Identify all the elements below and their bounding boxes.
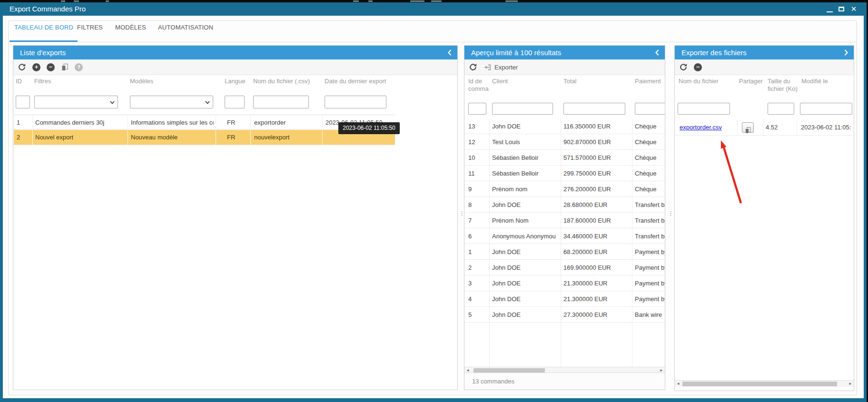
cell-paiement: Payment by [635,260,665,275]
col-total: Total [563,78,576,85]
cell-paiement: Bank wire [635,307,665,323]
cell-total: 28.680000 EUR [563,197,632,213]
order-row[interactable]: 11Sébastien Belloir299.750000 EURChèque [464,166,665,181]
title-bar[interactable]: Export Commandes Pro ✕ [0,2,867,16]
panel-title: Aperçu limité à 100 résultats [471,49,561,57]
col-paiement: Paiement [635,78,661,85]
cell-paiement: Chèque [635,150,665,166]
cell-paiement: Chèque [635,166,665,181]
export-row-1[interactable]: 1 Commandes derniers 30j Informations si… [14,115,395,129]
filter-client-input[interactable] [492,103,553,115]
filter-modifie-input[interactable] [800,103,852,115]
col-client: Client [492,78,508,85]
cell-order-id: 3 [468,275,488,291]
filter-fichier-input[interactable] [253,96,309,108]
file-download-link[interactable]: exportorder.csv [680,124,722,131]
add-export-button[interactable]: + [32,63,40,71]
col-id: ID [16,78,22,85]
order-row[interactable]: 1John DOE68.200000 EURPayment by [464,244,665,260]
filter-id-input[interactable] [16,96,30,108]
cell-divider [797,119,797,136]
cell-client: John DOE [492,197,562,213]
copy-link-icon [745,127,751,134]
delete-file-button[interactable]: − [694,63,702,71]
filter-taille-input[interactable] [768,103,794,115]
collapse-left-icon[interactable] [448,49,452,56]
background-window-fragment [505,0,518,2]
cell-client: John DOE [492,244,562,260]
order-row[interactable]: 9Prénom nom276.200000 EURChèque [464,181,665,197]
order-row[interactable]: 5John DOE27.300000 EURBank wire [464,307,665,323]
share-file-button[interactable] [742,122,754,133]
export-button[interactable]: Exporter [483,63,518,71]
refresh-icon[interactable] [18,63,26,71]
cell-paiement: Transfert ba [635,197,665,213]
order-row[interactable]: 4John DOE21.300000 EURPayment by [464,291,665,307]
panel-title: Exporter des fichiers [681,49,747,57]
filter-langue-input[interactable] [225,96,245,108]
chevron-down-icon [110,101,115,104]
cell-order-id: 12 [468,134,488,150]
panel-header-fichiers: Exporter des fichiers [675,46,854,59]
scrollbar-thumb[interactable] [682,382,837,386]
refresh-icon[interactable] [469,63,477,71]
order-row[interactable]: 12Test Louis902.870000 EURChèque [464,134,665,150]
export-row-2-selected[interactable]: 2 Nouvel export Nouveau modèle FR nouvel… [14,130,395,145]
help-icon[interactable]: ? [75,63,83,71]
collapse-left-icon[interactable] [655,49,659,56]
cell-paiement: Payment by [635,291,665,307]
horizontal-scrollbar[interactable]: ◄ ► [675,380,854,387]
cell-divider [322,115,323,130]
panel-splitter-handle[interactable]: ⋮ [668,212,674,215]
filter-total-input[interactable] [563,103,625,115]
col-langue: Langue [225,78,245,85]
order-row[interactable]: 10Sébastien Belloir571.570000 EURChèque [464,150,665,166]
cell-client: Test Louis [492,134,562,150]
file-row[interactable]: exportorder.csv 4.52 2023-06-02 11:05: [675,119,854,136]
screen: Export Commandes Pro ✕ TABLEAU DE BORD F… [0,0,868,402]
cell-order-id: 10 [468,150,488,166]
maximize-button[interactable] [836,2,847,16]
tab-modeles[interactable]: MODÈLES [115,24,146,31]
minimize-button[interactable] [824,2,835,16]
duplicate-icon[interactable] [61,63,69,71]
close-button[interactable]: ✕ [848,2,859,16]
cell-divider [32,130,33,145]
col-modeles: Modèles [130,78,153,85]
export-button-label: Exporter [494,64,518,71]
refresh-icon[interactable] [679,63,688,71]
col-modifie: Modifié le [801,78,828,85]
filter-modeles-select[interactable] [130,96,213,108]
filter-date-input[interactable] [325,96,386,108]
filter-filtres-select[interactable] [34,96,118,108]
order-row[interactable]: 8John DOE28.680000 EURTransfert ba [464,197,665,213]
col-date-export: Date du dernier export [325,78,386,85]
order-row[interactable]: 7Prénom Nom187.600000 EURTransfert ba [464,213,665,228]
filter-paiement-input[interactable] [635,103,665,115]
cell-divider [737,119,738,136]
tab-automatisation[interactable]: AUTOMATISATION [158,24,213,31]
filter-order-id-input[interactable] [468,103,486,115]
order-row[interactable]: 3John DOE21.300000 EURPayment by [464,275,665,291]
order-row[interactable]: 6Anonymous Anonymou34.460000 EURTransfer… [464,228,665,244]
col-filtres: Filtres [34,78,51,85]
cell-total: 116.350000 EUR [563,118,632,134]
order-row[interactable]: 13John DOE116.350000 EURChèque [464,118,665,134]
remove-export-button[interactable]: − [47,63,55,71]
cell-total: 34.460000 EUR [563,228,632,244]
background-window-fragment [353,0,359,2]
export-arrow-icon [483,63,492,71]
order-row[interactable]: 2John DOE169.900000 EURPayment by [464,260,665,275]
cell-fichier: nouvelexport [254,130,321,145]
cell-client: Anonymous Anonymou [492,228,562,244]
expand-right-icon[interactable] [844,49,848,56]
scroll-left-icon[interactable]: ◄ [675,381,681,387]
tab-filtres[interactable]: FILTRES [77,24,103,31]
cell-paiement: Chèque [635,181,665,197]
tab-tableau-de-bord[interactable]: TABLEAU DE BORD [14,24,73,31]
cell-order-id: 4 [468,291,488,307]
col-nom-fichier: Nom du fichier [679,78,719,85]
scroll-right-icon[interactable]: ► [847,381,854,387]
filter-nom-input[interactable] [678,103,730,115]
minimize-icon [827,11,833,12]
